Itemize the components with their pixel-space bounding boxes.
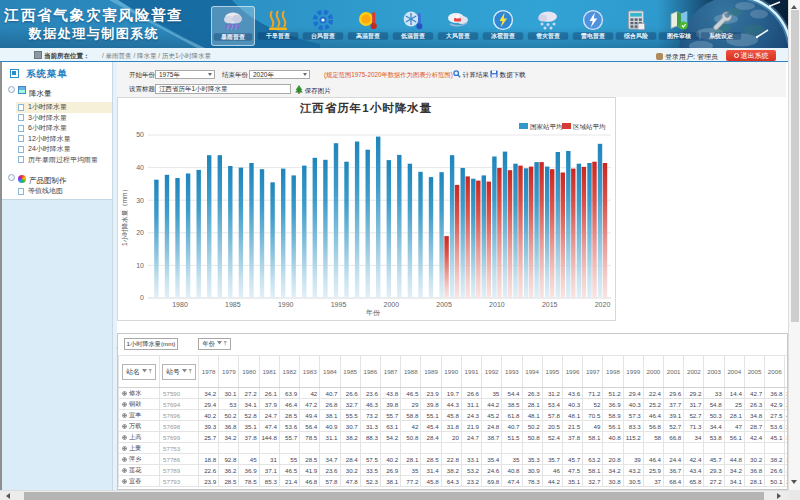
svg-text:2020: 2020: [595, 301, 611, 308]
svg-text:40: 40: [136, 164, 144, 171]
svg-text:1995: 1995: [331, 301, 347, 308]
svg-text:1985: 1985: [225, 301, 241, 308]
svg-text:2005: 2005: [436, 301, 452, 308]
svg-text:1小时降水量（mm）: 1小时降水量（mm）: [121, 186, 129, 246]
svg-text:年份: 年份: [366, 309, 381, 317]
svg-text:10: 10: [136, 262, 144, 269]
svg-text:江西省历年1小时降水量: 江西省历年1小时降水量: [300, 101, 432, 114]
svg-text:0: 0: [140, 294, 144, 301]
svg-text:2015: 2015: [542, 301, 558, 308]
svg-text:1990: 1990: [278, 301, 294, 308]
svg-text:1980: 1980: [172, 301, 188, 308]
svg-text:2000: 2000: [384, 301, 400, 308]
svg-text:20: 20: [136, 229, 144, 236]
svg-text:30: 30: [136, 197, 144, 204]
svg-text:国家站平均: 国家站平均: [530, 123, 563, 131]
svg-text:50: 50: [136, 131, 144, 138]
svg-text:2010: 2010: [489, 301, 505, 308]
svg-text:区域站平均: 区域站平均: [573, 123, 606, 131]
